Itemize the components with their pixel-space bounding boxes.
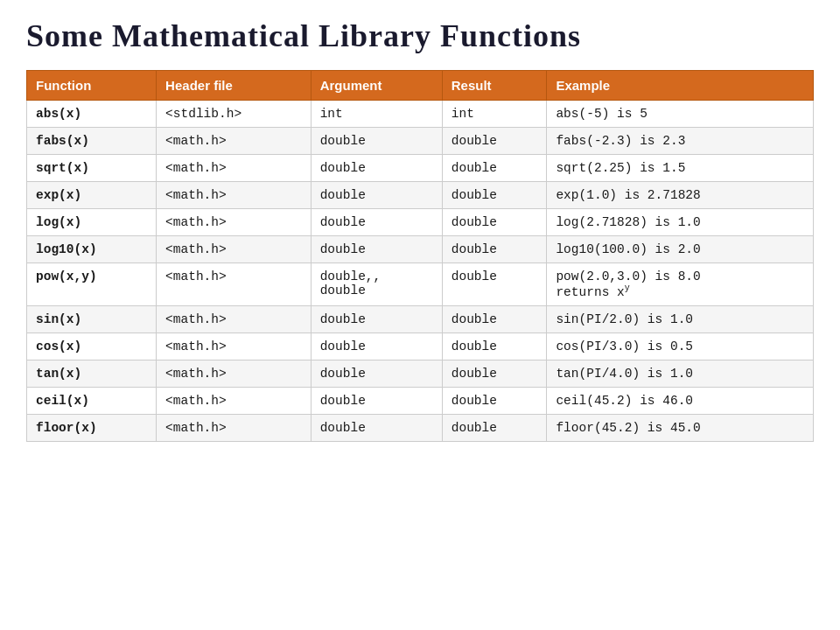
cell-argument: int (311, 101, 442, 128)
cell-example: log(2.71828) is 1.0 (547, 209, 814, 236)
col-header-example: Example (547, 71, 814, 101)
cell-example: cos(PI/3.0) is 0.5 (547, 332, 814, 360)
cell-function: cos(x) (27, 332, 157, 360)
cell-header: <math.h> (157, 155, 312, 182)
cell-example: pow(2.0,3.0) is 8.0returns xy (547, 263, 814, 306)
cell-argument: double (311, 236, 442, 263)
cell-example: sqrt(2.25) is 1.5 (547, 155, 814, 182)
cell-header: <math.h> (157, 305, 312, 332)
cell-header: <math.h> (157, 263, 312, 306)
cell-example: ceil(45.2) is 46.0 (547, 387, 814, 414)
cell-function: floor(x) (27, 414, 157, 441)
cell-argument: double (311, 332, 442, 360)
cell-header: <math.h> (157, 209, 312, 236)
cell-function: log(x) (27, 209, 157, 236)
page: Some Mathematical Library Functions Func… (0, 0, 840, 630)
table-row: sqrt(x)<math.h>doubledoublesqrt(2.25) is… (27, 155, 814, 182)
cell-result: double (442, 305, 547, 332)
table-row: log10(x)<math.h>doubledoublelog10(100.0)… (27, 236, 814, 263)
cell-argument: double (311, 387, 442, 414)
table-row: sin(x)<math.h>doubledoublesin(PI/2.0) is… (27, 305, 814, 332)
cell-argument: double (311, 182, 442, 209)
cell-function: tan(x) (27, 360, 157, 387)
cell-argument: double (311, 305, 442, 332)
page-title: Some Mathematical Library Functions (26, 18, 814, 54)
cell-example: sin(PI/2.0) is 1.0 (547, 305, 814, 332)
cell-result: double (442, 263, 547, 306)
table-row: tan(x)<math.h>doubledoubletan(PI/4.0) is… (27, 360, 814, 387)
cell-example: log10(100.0) is 2.0 (547, 236, 814, 263)
cell-result: double (442, 414, 547, 441)
table-row: cos(x)<math.h>doubledoublecos(PI/3.0) is… (27, 332, 814, 360)
cell-result: double (442, 182, 547, 209)
cell-result: double (442, 387, 547, 414)
cell-header: <math.h> (157, 182, 312, 209)
table-row: pow(x,y)<math.h>double,,doubledoublepow(… (27, 263, 814, 306)
cell-argument: double (311, 414, 442, 441)
col-header-headerfile: Header file (157, 71, 312, 101)
cell-result: double (442, 332, 547, 360)
cell-function: fabs(x) (27, 128, 157, 155)
cell-header: <math.h> (157, 414, 312, 441)
cell-header: <math.h> (157, 128, 312, 155)
cell-function: pow(x,y) (27, 263, 157, 306)
cell-function: sin(x) (27, 305, 157, 332)
cell-function: exp(x) (27, 182, 157, 209)
cell-example: fabs(-2.3) is 2.3 (547, 128, 814, 155)
cell-argument: double (311, 209, 442, 236)
cell-function: sqrt(x) (27, 155, 157, 182)
functions-table: Function Header file Argument Result Exa… (26, 70, 814, 442)
table-row: abs(x)<stdlib.h>intintabs(-5) is 5 (27, 101, 814, 128)
cell-result: int (442, 101, 547, 128)
cell-argument: double (311, 155, 442, 182)
cell-function: ceil(x) (27, 387, 157, 414)
table-row: fabs(x)<math.h>doubledoublefabs(-2.3) is… (27, 128, 814, 155)
cell-example: exp(1.0) is 2.71828 (547, 182, 814, 209)
cell-function: log10(x) (27, 236, 157, 263)
cell-argument: double (311, 360, 442, 387)
cell-result: double (442, 128, 547, 155)
cell-result: double (442, 209, 547, 236)
table-row: log(x)<math.h>doubledoublelog(2.71828) i… (27, 209, 814, 236)
table-row: floor(x)<math.h>doubledoublefloor(45.2) … (27, 414, 814, 441)
table-row: ceil(x)<math.h>doubledoubleceil(45.2) is… (27, 387, 814, 414)
cell-function: abs(x) (27, 101, 157, 128)
cell-header: <math.h> (157, 387, 312, 414)
cell-argument: double (311, 128, 442, 155)
cell-header: <math.h> (157, 332, 312, 360)
cell-example: floor(45.2) is 45.0 (547, 414, 814, 441)
table-row: exp(x)<math.h>doubledoubleexp(1.0) is 2.… (27, 182, 814, 209)
cell-header: <math.h> (157, 360, 312, 387)
cell-result: double (442, 155, 547, 182)
cell-example: abs(-5) is 5 (547, 101, 814, 128)
cell-argument: double,,double (311, 263, 442, 306)
col-header-argument: Argument (311, 71, 442, 101)
cell-header: <stdlib.h> (157, 101, 312, 128)
col-header-result: Result (442, 71, 547, 101)
cell-header: <math.h> (157, 236, 312, 263)
cell-result: double (442, 236, 547, 263)
cell-result: double (442, 360, 547, 387)
table-header-row: Function Header file Argument Result Exa… (27, 71, 814, 101)
col-header-function: Function (27, 71, 157, 101)
cell-example: tan(PI/4.0) is 1.0 (547, 360, 814, 387)
